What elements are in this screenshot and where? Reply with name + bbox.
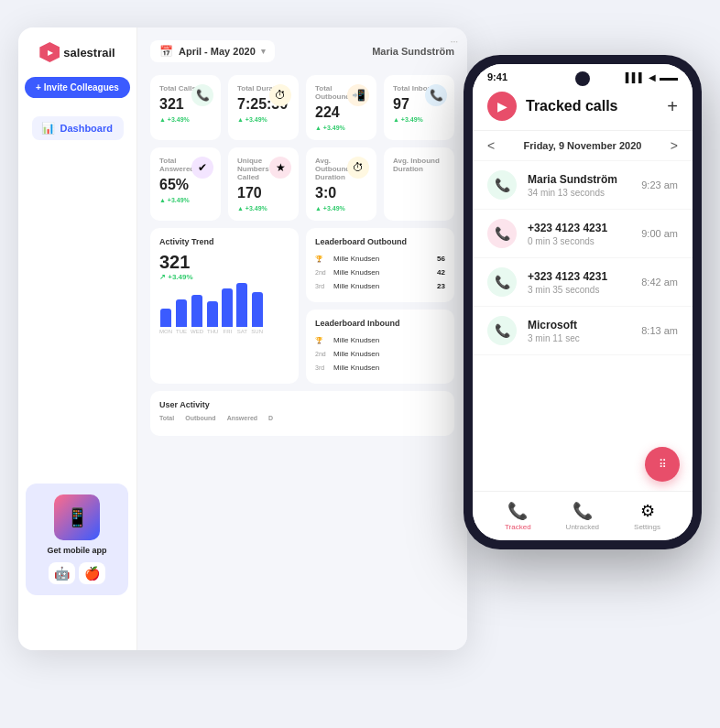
phone-mockup: 9:41 ▌▌▌ ◀ ▬▬ ▶ Tracked calls + < Friday… [464,55,702,568]
leaderboard-outbound-title: Leaderboard Outbound [315,237,407,246]
leaderboard-inbound-card: Leaderboard Inbound ··· 🏆 Mille Knudsen … [306,310,454,384]
leaderboard-rank: 3rd [315,283,333,289]
leaderboard-row: 3rd Mille Knudsen 23 [315,279,445,293]
leaderboard-row: 3rd Mille Knudsen [315,361,445,375]
dashboard-nav-label: Dashboard [60,123,113,134]
unique-numbers-card: Unique Numbers Called 170 ▲ +3.49% ★ [228,147,299,221]
call-name: Microsoft [528,319,641,331]
battery-icon: ▬▬ [660,72,678,82]
leaderboard-row: 2nd Mille Knudsen 42 [315,266,445,279]
bar-group: SUN [251,292,263,334]
dashboard-icon: 📊 [41,122,55,135]
total-outbound-change: ▲ +3.49% [315,125,367,131]
chevron-down-icon: ▾ [261,47,266,56]
leaderboard-name: Mille Knudsen [333,336,445,344]
avg-inbound-card: Avg. Inbound Duration [384,147,454,221]
prev-date-button[interactable]: < [487,138,495,153]
wifi-icon: ◀ [649,72,656,82]
call-item[interactable]: 📞 Maria Sundström 34 min 13 seconds 9:23… [473,161,693,210]
top-bar: 📅 April - May 2020 ▾ Maria Sundström [150,40,454,62]
bottom-nav-item-untracked[interactable]: 📞 Untracked [566,501,599,531]
total-inbound-card: Total Inbound 97 ▲ +3.49% 📞 [384,75,454,140]
leaderboard-name: Mille Knudsen [333,350,445,358]
total-inbound-icon: 📞 [425,84,447,106]
app-title: Tracked calls [526,98,667,114]
leaderboard-rank: 3rd [315,364,333,371]
avg-outbound-card: Avg. Outbound Duration 3:0 ▲ +3.49% ⏱ [306,147,376,221]
total-duration-icon: ⏱ [269,84,291,106]
ua-col-answered: Answered [227,415,257,421]
bar-sat [236,283,247,327]
call-item[interactable]: 📞 Microsoft 3 min 11 sec 8:13 am [473,307,693,355]
call-list: 📞 Maria Sundström 34 min 13 seconds 9:23… [473,161,693,491]
next-date-button[interactable]: > [671,138,678,153]
bottom-nav-item-settings[interactable]: ⚙ Settings [634,501,660,531]
call-item[interactable]: 📞 +323 4123 4231 3 min 35 seconds 8:42 a… [473,258,693,307]
apple-store-button[interactable]: 🍎 [79,562,105,584]
app-logo: ▶ [487,92,517,121]
app-name: salestrail [63,46,115,60]
promo-title: Get mobile app [33,546,121,555]
bottom-navigation: 📞 Tracked 📞 Untracked ⚙ Settings [473,491,693,540]
avg-outbound-icon: ⏱ [347,157,369,179]
bar-group: WED [191,295,203,334]
leaderboard-rank: 2nd [315,269,333,276]
logo-icon [39,42,60,62]
leaderboard-name: Mille Knudsen [333,268,437,277]
phone-status-bar: 9:41 ▌▌▌ ◀ ▬▬ [473,64,693,86]
user-activity-headers: Total Outbound Answered D [159,415,445,421]
call-info: +323 4123 4231 0 min 3 seconds [528,222,641,246]
activity-trend-change: ↗ +3.49% [159,273,289,281]
date-range-picker[interactable]: 📅 April - May 2020 ▾ [150,40,275,62]
activity-trend-value: 321 [159,252,289,273]
bottom-nav-label: Settings [634,523,660,531]
bar-wed [191,295,202,327]
bottom-nav-label: Tracked [505,523,531,531]
android-store-button[interactable]: 🤖 [49,562,75,584]
call-icon-wrap: 📞 [487,267,517,297]
bar-tue [176,299,187,327]
total-calls-change: ▲ +3.49% [159,116,212,123]
unique-numbers-icon: ★ [269,157,291,179]
call-name: +323 4123 4231 [528,270,641,283]
leaderboard-row: 2nd Mille Knudsen [315,347,445,361]
bar-label-mon: MON [159,329,172,334]
call-type-icon: 📞 [495,226,510,241]
call-time: 9:23 am [641,179,678,190]
bottom-nav-icon: 📞 [573,501,593,521]
invite-colleagues-button[interactable]: + Invite Colleagues [25,77,130,98]
total-duration-card: Total Duration 7:25:30 ▲ +3.49% ⏱ [228,75,299,140]
call-icon-wrap: 📞 [487,170,517,200]
fab-button[interactable]: ⠿ [645,447,680,482]
leaderboard-row: 🏆 Mille Knudsen [315,333,445,347]
call-icon-wrap: 📞 [487,316,517,345]
bar-group: THU [207,301,218,334]
total-answered-value: 65% [159,177,212,193]
call-item[interactable]: 📞 +323 4123 4231 0 min 3 seconds 9:00 am [473,210,693,258]
ua-col-total: Total [159,415,174,421]
bar-group: FRI [222,288,233,334]
call-info: Maria Sundström 34 min 13 seconds [528,173,641,198]
add-call-button[interactable]: + [667,96,678,117]
bar-label-thu: THU [207,329,218,334]
leaderboard-outbound-card: Leaderboard Outbound ··· 🏆 Mille Knudsen… [306,228,454,302]
user-activity-card: User Activity Total Outbound Answered D [150,391,454,436]
call-time: 8:13 am [641,325,678,336]
bottom-nav-icon: ⚙ [640,501,655,521]
total-duration-change: ▲ +3.49% [237,116,289,123]
call-duration: 0 min 3 seconds [528,236,641,246]
call-time: 8:42 am [641,277,678,288]
sidebar-item-dashboard[interactable]: 📊 Dashboard [32,116,124,140]
bar-thu [207,301,218,327]
bottom-nav-label: Untracked [566,523,599,531]
calendar-icon: 📅 [159,45,173,58]
call-type-icon: 📞 [495,275,510,289]
bar-label-fri: FRI [224,329,233,334]
leaderboard-inbound-more[interactable]: ··· [451,37,458,47]
bottom-nav-item-tracked[interactable]: 📞 Tracked [505,501,531,531]
bar-chart: MONTUEWEDTHUFRISATSUN [159,288,289,334]
store-buttons: 🤖 🍎 [33,562,121,584]
total-inbound-change: ▲ +3.49% [393,116,445,123]
activity-trend-title: Activity Trend [159,237,214,246]
avg-inbound-title: Avg. Inbound Duration [393,157,445,173]
